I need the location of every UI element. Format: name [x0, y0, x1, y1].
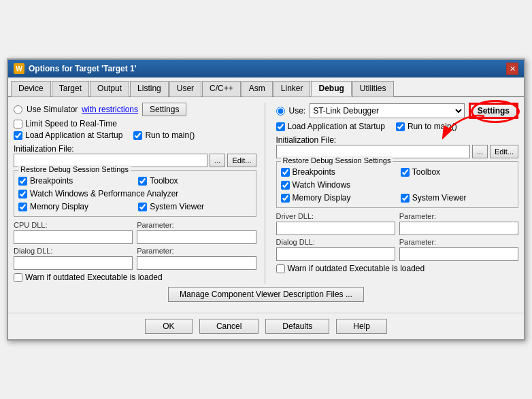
tab-cpp[interactable]: C/C++: [202, 81, 241, 97]
tab-asm[interactable]: Asm: [242, 81, 273, 97]
breakpoints-checkbox-left[interactable]: [18, 177, 27, 186]
run-to-main-label-right: Run to main(): [408, 122, 457, 131]
run-to-main-checkbox-left[interactable]: [133, 131, 142, 140]
options-dialog: W Options for Target 'Target 1' ✕ Device…: [7, 58, 525, 341]
limit-speed-checkbox[interactable]: [14, 120, 22, 128]
watch-windows-label-left: Watch Windows & Performance Analyzer: [30, 189, 178, 198]
warn-row-left: Warn if outdated Executable is loaded: [14, 273, 256, 282]
memory-display-label-left: Memory Display: [30, 202, 88, 211]
restore-group-label-right: Restore Debug Session Settings: [281, 156, 393, 164]
limit-speed-row: Limit Speed to Real-Time: [14, 119, 256, 128]
cpu-dll-section: CPU DLL: Parameter: SARMCM3.DLL -REMAP: [14, 221, 256, 244]
restore-group-label-left: Restore Debug Session Settings: [18, 165, 131, 173]
cpu-dll-param-label: Parameter:: [137, 221, 256, 229]
watch-windows-checkbox-right[interactable]: [281, 181, 290, 190]
tab-device[interactable]: Device: [11, 81, 51, 97]
dialog-dll-param-input-right[interactable]: -pCM3: [399, 247, 518, 261]
tab-output[interactable]: Output: [90, 81, 129, 97]
toolbox-checkbox-right[interactable]: [401, 168, 410, 177]
warn-checkbox-right[interactable]: [276, 264, 285, 273]
left-column: Use Simulator with restrictions Settings…: [14, 103, 256, 284]
use-debugger-radio[interactable]: [276, 107, 285, 116]
dialog-dll-input-left[interactable]: DCM.DLL: [14, 256, 133, 270]
warn-row-right: Warn if outdated Executable is loaded: [276, 264, 519, 273]
debugger-settings-button[interactable]: Settings: [469, 103, 518, 119]
tab-debug[interactable]: Debug: [311, 81, 351, 97]
toolbox-label-right: Toolbox: [412, 167, 440, 177]
load-app-checkbox-left[interactable]: [14, 131, 22, 140]
watch-windows-checkbox-left[interactable]: [18, 190, 27, 198]
simulator-settings-button[interactable]: Settings: [142, 103, 186, 116]
restrictions-link[interactable]: with restrictions: [82, 105, 138, 114]
cpu-dll-param-input[interactable]: -REMAP: [137, 230, 256, 244]
breakpoints-label-right: Breakpoints: [293, 167, 335, 177]
help-button[interactable]: Help: [336, 319, 387, 334]
memory-display-checkbox-left[interactable]: [18, 203, 27, 211]
column-separator: [265, 103, 265, 284]
limit-speed-label: Limit Speed to Real-Time: [25, 119, 117, 128]
system-viewer-checkbox-left[interactable]: [138, 203, 147, 211]
watch-windows-row-right: Watch Windows: [281, 180, 514, 190]
use-label: Use:: [289, 106, 306, 116]
memory-display-row-right: Memory Display: [281, 193, 394, 203]
manage-component-button[interactable]: Manage Component Viewer Description File…: [168, 287, 364, 302]
simulator-row: Use Simulator with restrictions Settings: [14, 103, 256, 116]
edit-button-right[interactable]: Edit...: [490, 145, 518, 158]
ok-button[interactable]: OK: [145, 319, 193, 334]
browse-button-right[interactable]: ...: [472, 145, 488, 158]
cpu-dll-input[interactable]: SARMCM3.DLL: [14, 230, 133, 244]
run-to-main-label-left: Run to main(): [145, 131, 195, 140]
main-content: Use Simulator with restrictions Settings…: [8, 97, 524, 310]
tab-target[interactable]: Target: [52, 81, 89, 97]
toolbox-checkbox-left[interactable]: [138, 177, 147, 186]
tab-bar: Device Target Output Listing User C/C++ …: [8, 77, 524, 97]
edit-button-left[interactable]: Edit...: [227, 154, 256, 167]
breakpoints-row-right: Breakpoints: [281, 167, 394, 177]
debugger-select[interactable]: ST-Link Debugger: [310, 103, 464, 118]
defaults-button[interactable]: Defaults: [265, 319, 329, 334]
driver-dll-param-input[interactable]: [399, 222, 518, 235]
tab-user[interactable]: User: [169, 81, 201, 97]
dialog-dll-param-input-left[interactable]: -pCM3: [137, 256, 256, 270]
tab-linker[interactable]: Linker: [273, 81, 311, 97]
cancel-button[interactable]: Cancel: [199, 319, 259, 334]
system-viewer-label-left: System Viewer: [150, 202, 204, 211]
watch-windows-row-left: Watch Windows & Performance Analyzer: [18, 189, 252, 198]
dialog-dll-section-left: Dialog DLL: Parameter: DCM.DLL -pCM3: [14, 247, 256, 270]
app-icon: W: [14, 63, 24, 74]
memory-display-checkbox-right[interactable]: [281, 194, 290, 203]
driver-dll-input[interactable]: SARMCM3.DLL: [276, 222, 395, 235]
simulator-radio[interactable]: [14, 105, 22, 114]
dialog-dll-param-label-right: Parameter:: [399, 238, 518, 246]
init-file-label-left: Initialization File:: [14, 144, 74, 154]
driver-dll-section: Driver DLL: Parameter: SARMCM3.DLL: [276, 212, 519, 235]
breakpoints-checkbox-right[interactable]: [281, 168, 290, 177]
tab-utilities[interactable]: Utilities: [352, 81, 394, 97]
title-bar: W Options for Target 'Target 1' ✕: [8, 60, 524, 77]
warn-checkbox-left[interactable]: [14, 273, 22, 282]
load-app-label-left: Load Application at Startup: [25, 131, 122, 140]
breakpoints-label-left: Breakpoints: [30, 176, 73, 186]
simulator-label: Use Simulator: [27, 105, 78, 114]
footer: OK Cancel Defaults Help: [8, 313, 524, 339]
warn-label-left: Warn if outdated Executable is loaded: [25, 273, 163, 282]
dialog-dll-section-right: Dialog DLL: Parameter: TCM.DLL -pCM3: [276, 238, 519, 261]
load-app-checkbox-right[interactable]: [276, 122, 285, 131]
cpu-dll-label: CPU DLL:: [14, 221, 133, 229]
driver-dll-param-label: Parameter:: [399, 212, 518, 220]
dialog-dll-param-label-left: Parameter:: [137, 247, 256, 255]
load-app-row-left: Load Application at Startup: [14, 131, 122, 140]
browse-button-left[interactable]: ...: [210, 154, 225, 167]
tab-listing[interactable]: Listing: [130, 81, 169, 97]
system-viewer-checkbox-right[interactable]: [401, 194, 410, 203]
dialog-dll-label-left: Dialog DLL:: [14, 247, 133, 255]
run-to-main-checkbox-right[interactable]: [396, 122, 405, 131]
system-viewer-label-right: System Viewer: [412, 193, 467, 203]
toolbox-row-right: Toolbox: [401, 167, 514, 177]
toolbox-label-left: Toolbox: [150, 176, 178, 186]
run-to-main-row-left: Run to main(): [133, 131, 195, 140]
close-button[interactable]: ✕: [506, 63, 518, 75]
dialog-dll-input-right[interactable]: TCM.DLL: [276, 247, 395, 261]
dialog-title: Options for Target 'Target 1': [29, 64, 137, 73]
toolbox-row-left: Toolbox: [138, 176, 251, 186]
